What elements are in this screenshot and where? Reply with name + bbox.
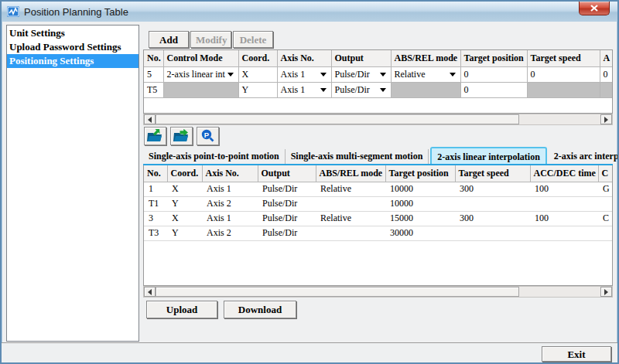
scroll-thumb[interactable] [156, 287, 519, 297]
scroll-left-button[interactable] [144, 287, 156, 297]
exit-button[interactable]: Exit [542, 346, 611, 362]
table-row-1[interactable]: 1 X Axis 1 Pulse/Dir Relative 10000 300 … [144, 182, 612, 196]
tab-2-axis-linear-interpolation[interactable]: 2-axis linear interpolation [430, 147, 546, 164]
export-file-button[interactable] [170, 127, 193, 145]
left-arrow-icon [148, 289, 152, 295]
cell-no[interactable]: 5 [144, 66, 163, 82]
cell: 3 [144, 211, 167, 226]
planned-table-hscrollbar[interactable] [143, 286, 613, 298]
output-dropdown[interactable]: Pulse/Dir [331, 66, 391, 82]
cell: T1 [144, 196, 167, 211]
control-mode-dropdown[interactable]: 2-axis linear int [163, 66, 238, 82]
preview-button[interactable]: P [197, 127, 219, 145]
right-arrow-icon [604, 289, 608, 295]
add-button[interactable]: Add [149, 31, 189, 48]
position-planning-table-window: Position Planning Table Unit Settings Up… [0, 0, 619, 364]
settings-category-list: Unit Settings Upload Password Settings P… [6, 25, 139, 342]
cell: 1 [144, 182, 167, 196]
cell: Pulse/Dir [258, 196, 316, 211]
axis-no-dropdown[interactable]: Axis 1 [277, 66, 331, 82]
combo-value: Axis 1 [281, 69, 306, 80]
table-row-t3[interactable]: T3 Y Axis 2 Pulse/Dir 30000 [144, 226, 612, 240]
cell-coord[interactable]: Y [238, 82, 277, 97]
edit-table-header: No. Control Mode Coord. Axis No. Output … [144, 50, 612, 66]
tab-2-axis-arc-interpolation[interactable]: 2-axis arc interpolation [549, 149, 619, 164]
planned-positions-container: No. Coord. Axis No. Output ABS/REL mode … [143, 165, 613, 286]
scroll-left-button[interactable] [144, 114, 156, 124]
cell: 100 [530, 211, 598, 226]
folder-export-icon [173, 129, 190, 143]
modify-button[interactable]: Modify [190, 31, 231, 48]
col-output: Output [331, 50, 391, 66]
edit-row-5: 5 2-axis linear int X Axis 1 Pulse/Dir R… [144, 66, 612, 82]
output-dropdown[interactable]: Pulse/Dir [331, 82, 391, 97]
target-speed-disabled-cell [527, 82, 600, 97]
dropdown-arrow-icon[interactable] [320, 73, 327, 77]
planned-table-header: No. Coord. Axis No. Output ABS/REL mode … [144, 165, 612, 182]
cell: Y [167, 226, 202, 240]
delete-button[interactable]: Delete [233, 31, 273, 48]
planned-positions-table: No. Coord. Axis No. Output ABS/REL mode … [144, 165, 612, 241]
cell: 10000 [385, 182, 455, 196]
download-button[interactable]: Download [224, 301, 296, 318]
cell: Pulse/Dir [258, 226, 316, 240]
close-button[interactable] [579, 2, 610, 15]
preview-p-icon: P [200, 129, 215, 143]
cell: X [167, 211, 202, 226]
import-file-button[interactable] [144, 127, 166, 145]
sidebar-item-positioning-settings[interactable]: Positioning Settings [7, 54, 139, 68]
right-arrow-icon [604, 117, 608, 123]
dropdown-arrow-icon[interactable] [380, 88, 386, 92]
scroll-thumb[interactable] [156, 114, 519, 124]
col-target-position: Target position [460, 50, 527, 66]
axis-no-dropdown[interactable]: Axis 1 [277, 82, 331, 97]
scroll-right-button[interactable] [600, 114, 612, 124]
title-bar: Position Planning Table [2, 2, 617, 22]
table-row-3[interactable]: 3 X Axis 1 Pulse/Dir Relative 15000 300 … [144, 211, 612, 226]
cell-coord[interactable]: X [238, 66, 277, 82]
cell: X [167, 182, 202, 196]
dropdown-arrow-icon[interactable] [227, 73, 234, 77]
positioning-settings-panel: Add Modify Delete No. Control Mode Coord… [143, 25, 615, 342]
col-target-speed: Target speed [527, 50, 600, 66]
table-row-t1[interactable]: T1 Y Axis 2 Pulse/Dir 10000 [144, 196, 612, 211]
abs-rel-dropdown[interactable]: Relative [391, 66, 460, 82]
cell [316, 196, 385, 211]
col-cut: C [598, 165, 612, 182]
target-position-field[interactable]: 0 [460, 66, 527, 82]
file-toolbar: P [144, 127, 219, 147]
edit-table-hscrollbar[interactable] [143, 114, 613, 125]
col-no: No. [144, 50, 163, 66]
cell: 10000 [385, 196, 455, 211]
cell: C [598, 211, 612, 226]
combo-value: Axis 1 [281, 84, 306, 96]
tab-single-axis-point-to-point[interactable]: Single-axis point-to-point motion [143, 149, 286, 164]
dropdown-arrow-icon[interactable] [320, 88, 327, 92]
dropdown-arrow-icon[interactable] [380, 73, 386, 77]
dropdown-arrow-icon[interactable] [450, 73, 456, 77]
col-abs-rel-mode: ABS/REL mode [316, 165, 385, 182]
combo-value: 2-axis linear int [167, 69, 225, 80]
window-title: Position Planning Table [24, 6, 128, 18]
sidebar-item-upload-password-settings[interactable]: Upload Password Settings [7, 40, 139, 54]
cell: Pulse/Dir [258, 211, 316, 226]
cell: T3 [144, 226, 167, 240]
cell: Axis 2 [202, 196, 258, 211]
cell: Relative [316, 211, 385, 226]
target-speed-field[interactable]: 0 [527, 66, 600, 82]
scroll-right-button[interactable] [600, 287, 612, 297]
target-position-field[interactable]: 0 [460, 82, 527, 97]
acc-field-cut[interactable]: 0 [600, 66, 612, 82]
upload-button[interactable]: Upload [146, 301, 217, 318]
abs-rel-disabled-cell [391, 82, 460, 97]
cell: 30000 [385, 226, 455, 240]
cell [598, 226, 612, 240]
cell [530, 226, 598, 240]
sidebar-item-unit-settings[interactable]: Unit Settings [7, 26, 139, 40]
edit-table-container: No. Control Mode Coord. Axis No. Output … [143, 49, 613, 114]
col-acc-cut: A [600, 50, 612, 66]
cell-no[interactable]: T5 [144, 82, 163, 97]
col-abs-rel-mode: ABS/REL mode [391, 50, 460, 66]
cell: Axis 2 [202, 226, 258, 240]
tab-single-axis-multi-segment[interactable]: Single-axis multi-segment motion [286, 149, 429, 164]
